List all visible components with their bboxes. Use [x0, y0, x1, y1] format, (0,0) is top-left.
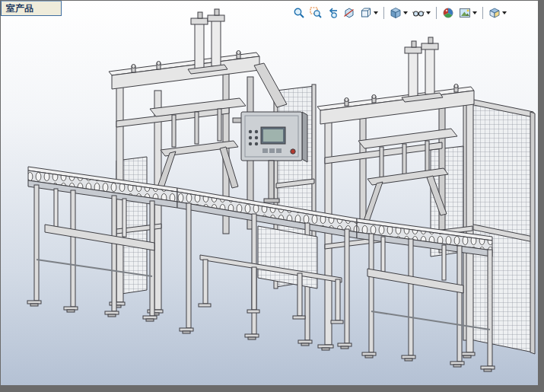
edit-appearance-button[interactable]: [440, 4, 457, 22]
display-style-icon: [390, 7, 402, 19]
document-tab[interactable]: 室产品: [1, 1, 62, 16]
zoom-to-fit-icon: [293, 7, 305, 19]
view-orientation-icon: [360, 7, 372, 19]
dropdown-arrow-icon: [403, 11, 408, 14]
apply-scene-button[interactable]: [457, 4, 479, 22]
view-orientation-button[interactable]: [358, 4, 380, 22]
3d-viewport[interactable]: 室产品: [1, 1, 538, 385]
edit-appearance-icon: [442, 7, 454, 19]
dropdown-arrow-icon: [472, 11, 477, 14]
view-settings-button[interactable]: [486, 4, 509, 22]
cad-application-window: 室产品: [0, 0, 544, 392]
toolbar-separator: [482, 7, 483, 19]
safety-fence-right[interactable]: [463, 98, 535, 354]
section-view-icon: [343, 7, 355, 19]
toolbar-separator: [436, 7, 437, 19]
dropdown-arrow-icon: [426, 11, 431, 14]
hide-show-items-icon: [412, 7, 425, 19]
dropdown-arrow-icon: [374, 11, 378, 14]
previous-view-icon: [326, 7, 339, 19]
document-tab-label: 室产品: [6, 2, 33, 15]
previous-view-button[interactable]: [324, 4, 341, 22]
heads-up-toolbar: [291, 4, 509, 22]
zoom-to-area-icon: [310, 7, 322, 19]
display-style-button[interactable]: [387, 4, 410, 22]
zoom-to-fit-button[interactable]: [291, 4, 307, 22]
hide-show-items-button[interactable]: [410, 4, 433, 22]
model-canvas: [1, 1, 538, 385]
dropdown-arrow-icon: [502, 11, 507, 14]
view-settings-icon: [488, 7, 501, 19]
section-view-button[interactable]: [341, 4, 358, 22]
toolbar-separator: [383, 7, 384, 19]
apply-scene-icon: [459, 7, 471, 19]
zoom-to-area-button[interactable]: [307, 4, 324, 22]
